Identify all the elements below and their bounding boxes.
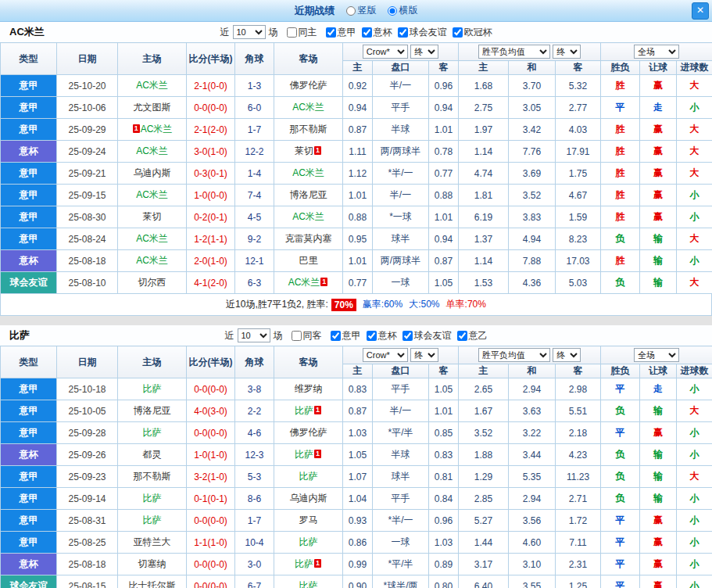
match-row: 意甲25-08-31比萨0-0(0-0)1-7罗马0.93*半/一0.965.2… [1,510,712,532]
match-date: 25-10-18 [57,378,118,400]
league-filter[interactable]: 球会友谊 [398,26,447,39]
league-checkbox[interactable] [453,27,463,38]
result-goals: 大 [677,400,712,422]
col-avg-draw: 和 [509,364,556,378]
col-avg-away: 客 [556,61,601,75]
corner-cell: 6-7 [235,575,274,588]
period-select[interactable]: 全场 [634,348,679,362]
away-team[interactable]: 比萨1 [274,554,343,575]
summary-stats: 赢率:60%大:50%单率:70% [356,298,486,311]
home-team[interactable]: AC米兰 [118,228,187,250]
bookmaker-select[interactable]: Crow* [363,348,408,362]
league-filter[interactable]: 意甲 [331,329,361,342]
home-team[interactable]: 比萨 [118,378,187,400]
odds-handicap: 球半 [373,466,429,488]
home-team[interactable]: 乌迪内斯 [118,163,187,185]
league-checkbox[interactable] [367,331,377,341]
result-goals: 大 [677,119,712,141]
avg-type-select[interactable]: 胜平负均值 [478,45,550,59]
result-wdl: 平 [601,575,640,588]
league-checkbox[interactable] [362,27,372,38]
match-count-select[interactable]: 10 [238,328,270,342]
match-date: 25-08-15 [57,575,118,588]
away-team[interactable]: AC米兰 [274,97,343,119]
home-team[interactable]: 尤文图斯 [118,97,187,119]
same-venue-filter[interactable]: 同主 [287,26,317,39]
league-checkbox[interactable] [403,331,413,341]
home-team[interactable]: AC米兰 [118,141,187,163]
match-count-select[interactable]: 10 [233,25,266,39]
away-team[interactable]: 罗马 [274,510,343,532]
league-filter[interactable]: 意甲 [326,26,356,39]
away-team[interactable]: 巴里 [274,250,343,272]
home-team[interactable]: 比萨 [118,510,187,532]
home-team[interactable]: AC米兰 [118,75,187,97]
league-checkbox[interactable] [331,331,341,341]
league-filter[interactable]: 球会友谊 [403,329,452,342]
result-wdl: 负 [601,400,640,422]
same-venue-checkbox[interactable] [287,27,297,38]
league-checkbox[interactable] [398,27,408,38]
bookmaker-select[interactable]: Crow* [363,45,408,59]
home-team[interactable]: 比萨 [118,488,187,510]
away-team[interactable]: 莱切1 [274,141,343,163]
away-team[interactable]: 比萨 [274,532,343,554]
away-team[interactable]: 博洛尼亚 [274,185,343,206]
away-team[interactable]: 那不勒斯 [274,119,343,141]
home-team[interactable]: 1AC米兰 [118,119,187,141]
away-team[interactable]: 比萨 [274,575,343,588]
close-button[interactable]: ✕ [692,2,709,20]
layout-vertical-option[interactable]: 竖版 [346,4,377,17]
away-team[interactable]: 乌迪内斯 [274,488,343,510]
odds-final-select[interactable]: 终 [410,45,438,59]
league-checkbox[interactable] [457,331,467,341]
away-team[interactable]: 佛罗伦萨 [274,75,343,97]
away-team[interactable]: 克雷莫内塞 [274,228,343,250]
home-team[interactable]: 都灵 [118,444,187,466]
odds-away: 1.05 [429,272,459,294]
away-team[interactable]: 佛罗伦萨 [274,422,343,444]
odds-away: 0.84 [429,488,459,510]
avg-final-select[interactable]: 终 [553,348,581,362]
avg-final-select[interactable]: 终 [553,45,581,59]
result-goals: 小 [677,510,712,532]
away-team[interactable]: AC米兰 [274,206,343,228]
league-filter[interactable]: 意杯 [367,329,397,342]
avg-away: 1.75 [556,163,601,185]
avg-type-select[interactable]: 胜平负均值 [478,348,550,362]
avg-group-header: 胜平负均值 终 [459,346,601,364]
league-type-cell: 意甲 [1,163,57,185]
away-team[interactable]: AC米兰 [274,163,343,185]
home-team[interactable]: 切塞纳 [118,554,187,575]
home-team[interactable]: 那不勒斯 [118,466,187,488]
layout-horizontal-option[interactable]: 横版 [388,4,418,17]
corner-cell: 9-2 [235,228,274,250]
col-odds-away: 客 [429,364,459,378]
league-filter[interactable]: 意杯 [362,26,392,39]
home-team[interactable]: 博洛尼亚 [118,400,187,422]
league-label: 意甲 [342,329,361,342]
period-select[interactable]: 全场 [634,45,679,59]
away-team[interactable]: AC米兰1 [274,272,343,294]
league-filter[interactable]: 欧冠杯 [453,26,492,39]
vertical-radio[interactable] [346,6,356,16]
home-team[interactable]: 比萨 [118,422,187,444]
home-team[interactable]: 莱切 [118,206,187,228]
home-team[interactable]: 亚特兰大 [118,532,187,554]
home-team[interactable]: AC米兰 [118,250,187,272]
home-team[interactable]: 比士托尔斯 [118,575,187,588]
away-team[interactable]: 比萨 [274,466,343,488]
league-checkbox[interactable] [326,27,336,38]
away-team[interactable]: 比萨1 [274,444,343,466]
horizontal-radio[interactable] [388,6,397,16]
home-team[interactable]: 切尔西 [118,272,187,294]
odds-home: 0.87 [343,119,373,141]
home-team[interactable]: AC米兰 [118,185,187,206]
same-venue-checkbox[interactable] [292,331,302,341]
same-venue-filter[interactable]: 同客 [292,329,322,342]
away-team[interactable]: 比萨1 [274,400,343,422]
league-filter[interactable]: 意乙 [457,329,488,342]
odds-final-select[interactable]: 终 [410,348,438,362]
col-date: 日期 [57,43,118,75]
away-team[interactable]: 维罗纳 [274,378,343,400]
